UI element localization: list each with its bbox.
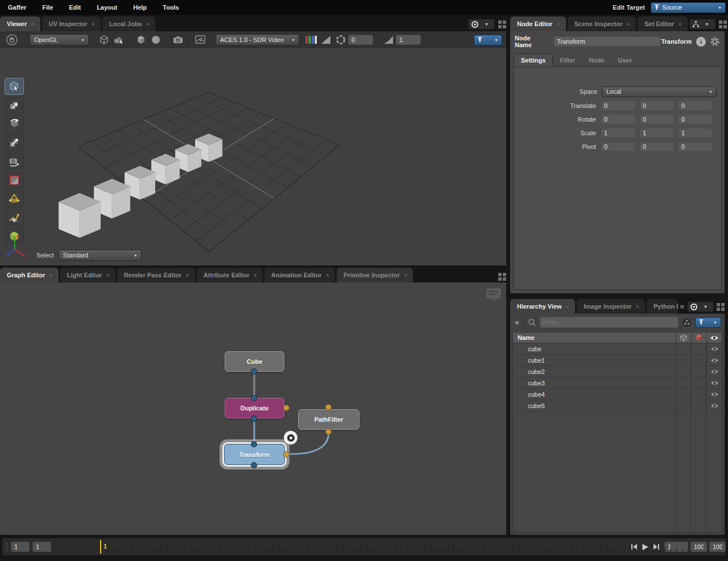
close-icon[interactable]: × (635, 303, 639, 310)
scale-z-field[interactable] (678, 128, 713, 138)
port-pathfilter-out[interactable] (325, 429, 332, 435)
pivot-y-field[interactable] (639, 142, 675, 152)
port-pathfilter-in[interactable] (325, 404, 332, 410)
close-icon[interactable]: × (566, 303, 569, 310)
tab-primitive-inspector[interactable]: Primitive Inspector× (337, 268, 413, 282)
visibility-toggle[interactable] (706, 355, 722, 365)
section-settings[interactable]: Settings (514, 53, 553, 67)
rotate-y-field[interactable] (639, 114, 675, 124)
close-icon[interactable]: × (627, 20, 630, 27)
exposure-icon[interactable] (318, 33, 333, 47)
port-transform-filter[interactable] (283, 451, 289, 458)
overflow-menu-icon[interactable]: ≡ (680, 302, 684, 311)
pivot-z-field[interactable] (678, 142, 713, 152)
visibility-toggle[interactable] (706, 366, 722, 377)
camera-icon[interactable] (171, 33, 185, 47)
gamma-icon[interactable] (381, 33, 396, 47)
scale-y-field[interactable] (639, 128, 675, 138)
tab-viewer[interactable]: Viewer× (0, 16, 40, 31)
close-icon[interactable]: × (92, 20, 95, 27)
close-icon[interactable]: × (31, 20, 34, 27)
rotate-z-field[interactable] (678, 114, 713, 124)
close-icon[interactable]: × (556, 20, 560, 27)
layout-grid-icon[interactable] (719, 20, 727, 28)
name-column-header[interactable]: Name (513, 334, 676, 341)
menu-gaffer[interactable]: Gaffer (0, 4, 34, 11)
selection-mode-icon[interactable] (111, 33, 126, 47)
node-name-field[interactable] (553, 36, 661, 47)
timeline-ruler[interactable]: 1 (51, 538, 628, 555)
renderer-dropdown[interactable]: OpenGL▼ (30, 34, 89, 45)
frame-start-field[interactable] (11, 542, 30, 552)
layout-grid-icon[interactable] (498, 273, 506, 281)
visibility-column-header[interactable] (706, 333, 722, 343)
tool-rotate[interactable] (5, 115, 24, 132)
aperture-icon[interactable] (333, 33, 348, 47)
port-transform-out[interactable] (251, 462, 257, 468)
visibility-toggle[interactable] (706, 343, 722, 354)
translate-y-field[interactable] (639, 101, 675, 111)
row-cube[interactable]: cube (513, 343, 722, 355)
tab-light-editor[interactable]: Light Editor× (60, 268, 115, 282)
port-transform-in[interactable] (251, 441, 257, 447)
shading-sphere-icon[interactable] (148, 33, 163, 47)
tab-animation-editor[interactable]: Animation Editor× (264, 268, 335, 282)
close-icon[interactable]: × (325, 272, 329, 279)
hierarchy-filter-input[interactable] (540, 317, 679, 328)
tool-crop-window[interactable] (5, 172, 24, 189)
tab-hierarchy-view[interactable]: Hierarchy View× (510, 299, 575, 314)
tool-scale[interactable] (5, 134, 24, 151)
tab-attribute-editor[interactable]: Attribute Editor× (197, 268, 263, 282)
close-icon[interactable]: × (678, 20, 681, 27)
viewport-3d[interactable]: Select Standard▼ (0, 48, 506, 265)
inclusions-column-header[interactable] (676, 333, 691, 343)
pan-hand-icon[interactable] (5, 33, 19, 47)
tool-camera-track[interactable] (5, 153, 24, 170)
row-cube2[interactable]: cube2 (513, 366, 722, 377)
tab-set-editor[interactable]: Set Editor× (638, 16, 687, 31)
close-icon[interactable]: × (253, 272, 257, 279)
tool-light-cone[interactable] (5, 190, 24, 207)
translate-z-field[interactable] (678, 101, 713, 111)
translate-x-field[interactable] (601, 101, 636, 111)
select-mode-dropdown[interactable]: Standard▼ (59, 250, 142, 261)
play-icon[interactable] (642, 543, 649, 551)
tab-graph-editor[interactable]: Graph Editor× (0, 268, 59, 282)
gamma-field[interactable] (396, 35, 421, 45)
info-icon[interactable]: i (696, 37, 706, 47)
exposure-field[interactable] (348, 35, 373, 45)
layout-grid-icon[interactable] (498, 20, 506, 28)
menu-help[interactable]: Help (125, 4, 155, 11)
visibility-toggle[interactable] (706, 389, 722, 400)
section-node[interactable]: Node (582, 54, 611, 67)
node-pathfilter[interactable]: PathFilter (298, 409, 359, 430)
close-icon[interactable]: × (146, 20, 149, 27)
menu-layout[interactable]: Layout (89, 4, 125, 11)
tool-select[interactable] (5, 78, 24, 95)
pivot-x-field[interactable] (601, 142, 636, 152)
tab-uv-inspector[interactable]: UV Inspector× (42, 16, 101, 31)
filter-options-icon[interactable] (682, 318, 692, 327)
close-icon[interactable]: × (404, 272, 407, 279)
node-editor-mode-button[interactable]: ▼ (689, 19, 715, 30)
playback-end-field[interactable] (709, 542, 726, 552)
menu-tools[interactable]: Tools (155, 4, 187, 11)
tab-local-jobs[interactable]: Local Jobs× (102, 16, 155, 31)
timeline-grip[interactable] (2, 543, 11, 551)
hierarchy-pin-dropdown[interactable]: Ŧ ▼ (695, 317, 721, 328)
tab-python-editor[interactable]: Python Editor× (647, 299, 679, 314)
tab-image-inspector[interactable]: Image Inspector× (577, 299, 645, 314)
row-cube3[interactable]: cube3 (513, 377, 722, 389)
shading-wireframe-icon[interactable] (97, 33, 111, 47)
playhead[interactable] (100, 540, 101, 554)
space-dropdown[interactable]: Local▼ (602, 86, 717, 97)
tab-scene-inspector[interactable]: Scene Inspector× (568, 16, 636, 31)
render-pass-icon[interactable] (193, 33, 208, 47)
viewer-pin-dropdown[interactable]: Ŧ ▼ (474, 35, 502, 45)
scale-x-field[interactable] (601, 128, 636, 138)
display-transform-dropdown[interactable]: ACES 1.0 - SDR Video▼ (216, 34, 299, 45)
skip-to-start-icon[interactable] (631, 543, 638, 550)
port-cube-out[interactable] (251, 368, 257, 375)
port-duplicate-in[interactable] (251, 395, 257, 401)
close-icon[interactable]: × (106, 272, 109, 279)
